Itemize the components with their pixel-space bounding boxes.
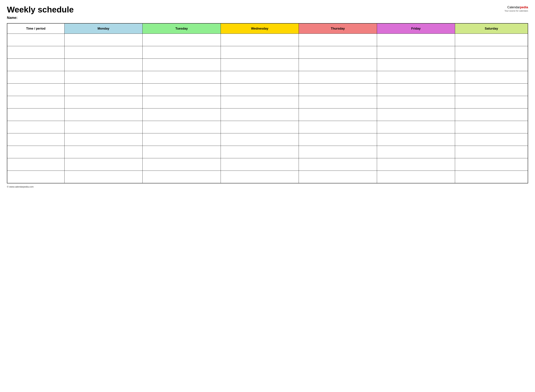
table-cell[interactable] — [221, 84, 299, 96]
table-cell[interactable] — [64, 133, 143, 146]
table-cell[interactable] — [64, 121, 143, 133]
table-row — [7, 158, 528, 171]
table-cell[interactable] — [143, 133, 221, 146]
table-cell[interactable] — [455, 59, 528, 71]
table-cell[interactable] — [377, 71, 455, 84]
table-cell[interactable] — [377, 133, 455, 146]
table-cell[interactable] — [143, 59, 221, 71]
table-cell[interactable] — [455, 121, 528, 133]
title-area: Weekly schedule Name: — [7, 5, 74, 20]
header: Weekly schedule Name: Calendarpedia Your… — [7, 5, 528, 20]
table-cell[interactable] — [377, 121, 455, 133]
weekly-schedule-table: Time / period Monday Tuesday Wednesday T… — [7, 23, 528, 183]
table-cell[interactable] — [221, 71, 299, 84]
table-cell[interactable] — [455, 96, 528, 108]
table-cell[interactable] — [7, 108, 64, 121]
table-cell[interactable] — [64, 158, 143, 171]
table-row — [7, 108, 528, 121]
table-cell[interactable] — [7, 84, 64, 96]
table-cell[interactable] — [299, 34, 377, 46]
table-row — [7, 121, 528, 133]
table-cell[interactable] — [7, 133, 64, 146]
table-cell[interactable] — [7, 96, 64, 108]
table-cell[interactable] — [143, 96, 221, 108]
table-cell[interactable] — [299, 121, 377, 133]
table-cell[interactable] — [7, 146, 64, 158]
table-cell[interactable] — [64, 59, 143, 71]
table-row — [7, 133, 528, 146]
table-cell[interactable] — [64, 46, 143, 59]
table-cell[interactable] — [377, 59, 455, 71]
table-cell[interactable] — [221, 146, 299, 158]
table-cell[interactable] — [377, 46, 455, 59]
table-cell[interactable] — [64, 34, 143, 46]
table-cell[interactable] — [377, 84, 455, 96]
table-cell[interactable] — [221, 121, 299, 133]
table-cell[interactable] — [221, 171, 299, 183]
table-cell[interactable] — [299, 158, 377, 171]
table-cell[interactable] — [377, 108, 455, 121]
table-cell[interactable] — [221, 158, 299, 171]
table-cell[interactable] — [299, 84, 377, 96]
table-cell[interactable] — [143, 71, 221, 84]
table-cell[interactable] — [64, 146, 143, 158]
table-cell[interactable] — [455, 133, 528, 146]
footer: © www.calendarpedia.com — [7, 186, 528, 188]
table-cell[interactable] — [455, 34, 528, 46]
logo-area: Calendarpedia Your source for calendars — [505, 5, 528, 12]
table-cell[interactable] — [299, 59, 377, 71]
table-cell[interactable] — [455, 46, 528, 59]
table-cell[interactable] — [299, 146, 377, 158]
table-cell[interactable] — [7, 34, 64, 46]
table-cell[interactable] — [7, 158, 64, 171]
table-cell[interactable] — [299, 171, 377, 183]
table-cell[interactable] — [7, 46, 64, 59]
table-cell[interactable] — [455, 146, 528, 158]
header-thursday: Thursday — [299, 23, 377, 34]
table-cell[interactable] — [64, 84, 143, 96]
table-cell[interactable] — [143, 84, 221, 96]
table-cell[interactable] — [299, 133, 377, 146]
table-cell[interactable] — [455, 108, 528, 121]
logo-subtitle: Your source for calendars — [505, 9, 528, 12]
page-title: Weekly schedule — [7, 5, 74, 14]
table-header-row: Time / period Monday Tuesday Wednesday T… — [7, 23, 528, 34]
table-row — [7, 171, 528, 183]
table-cell[interactable] — [455, 84, 528, 96]
table-cell[interactable] — [455, 171, 528, 183]
table-cell[interactable] — [377, 96, 455, 108]
header-friday: Friday — [377, 23, 455, 34]
table-cell[interactable] — [377, 34, 455, 46]
table-cell[interactable] — [455, 71, 528, 84]
table-cell[interactable] — [221, 34, 299, 46]
table-cell[interactable] — [299, 71, 377, 84]
header-saturday: Saturday — [455, 23, 528, 34]
table-cell[interactable] — [455, 158, 528, 171]
table-cell[interactable] — [299, 96, 377, 108]
table-cell[interactable] — [143, 46, 221, 59]
table-cell[interactable] — [143, 121, 221, 133]
table-cell[interactable] — [7, 171, 64, 183]
table-cell[interactable] — [64, 171, 143, 183]
table-cell[interactable] — [143, 146, 221, 158]
table-cell[interactable] — [7, 59, 64, 71]
table-cell[interactable] — [64, 108, 143, 121]
table-cell[interactable] — [221, 133, 299, 146]
table-cell[interactable] — [7, 71, 64, 84]
table-cell[interactable] — [377, 146, 455, 158]
table-cell[interactable] — [221, 96, 299, 108]
table-cell[interactable] — [221, 46, 299, 59]
table-cell[interactable] — [7, 121, 64, 133]
table-cell[interactable] — [221, 108, 299, 121]
table-cell[interactable] — [377, 158, 455, 171]
table-cell[interactable] — [143, 108, 221, 121]
table-cell[interactable] — [64, 96, 143, 108]
table-cell[interactable] — [377, 171, 455, 183]
table-cell[interactable] — [143, 34, 221, 46]
table-cell[interactable] — [64, 71, 143, 84]
table-cell[interactable] — [221, 59, 299, 71]
table-cell[interactable] — [299, 108, 377, 121]
table-cell[interactable] — [143, 158, 221, 171]
table-cell[interactable] — [143, 171, 221, 183]
table-cell[interactable] — [299, 46, 377, 59]
